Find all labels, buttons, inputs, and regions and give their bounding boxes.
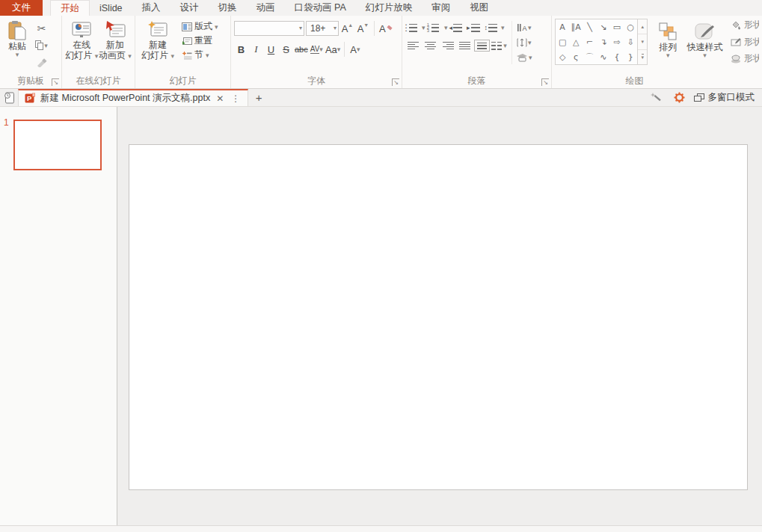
bold-button[interactable]: B [234,42,248,57]
quick-styles-button[interactable]: 快速样式 ▾ [683,19,726,58]
shape-elbow-connector[interactable]: ⌐ [583,34,596,49]
effects-wand-button[interactable] [644,89,668,106]
shape-fill-button[interactable]: 形状 [731,19,759,31]
new-slide-button[interactable]: 新建 幻灯片 ▾ [138,19,177,61]
shape-freeform[interactable]: ◇ [556,49,569,64]
recent-documents-button[interactable] [0,89,18,106]
arrange-dropdown[interactable]: ▾ [666,52,670,58]
justify-button[interactable] [457,39,473,52]
line-spacing-button[interactable]: ↕ ▾ [485,21,505,34]
group-paragraph: ••• ▾ 123 ▾ ◂ ▸ [402,16,552,88]
menu-view[interactable]: 视图 [460,0,498,16]
shape-vertical-textbox[interactable]: ∥A [569,19,583,34]
shape-scribble[interactable]: ς [569,49,583,64]
new-animation-page-button[interactable]: 新加 动画页 ▾ [99,19,132,61]
quick-styles-dropdown[interactable]: ▾ [703,52,707,58]
columns-button[interactable]: ▾ [491,39,507,52]
menu-pocket-animation[interactable]: 口袋动画 PA [285,0,356,16]
align-right-button[interactable] [440,39,455,52]
shape-textbox[interactable]: A [556,19,569,34]
shape-arrow[interactable]: ↘ [597,19,610,34]
align-left-button[interactable] [405,39,421,52]
paragraph-dialog-launcher[interactable]: ↘ [541,78,549,86]
font-size-combo[interactable]: 18+ ▾ [306,21,339,36]
smartart-icon [516,53,528,63]
paste-button[interactable]: 粘贴 ▾ [3,19,31,58]
shape-effects-button[interactable]: 形状 [731,52,759,65]
text-direction-button[interactable]: A ▾ [516,21,532,34]
italic-button[interactable]: I [249,42,263,57]
shape-rounded-rectangle[interactable]: ▢ [556,34,569,49]
online-slides-label-2: 幻灯片 ▾ [65,50,98,61]
multi-window-label: 多窗口模式 [708,91,755,104]
online-slides-button[interactable]: 在线 幻灯片 ▾ [65,19,99,61]
menu-insert[interactable]: 插入 [132,0,170,16]
strikethrough-button[interactable]: abc [294,42,309,57]
shape-triangle[interactable]: △ [569,34,583,49]
shape-rectangle[interactable]: ▭ [610,19,624,34]
paste-dropdown[interactable]: ▾ [16,52,19,58]
bullets-button[interactable]: ••• ▾ [405,21,425,34]
font-name-combo[interactable]: ▾ [234,21,304,36]
cut-button[interactable]: ✂ [34,20,49,36]
multi-window-mode-button[interactable]: 多窗口模式 [691,89,762,106]
new-tab-button[interactable]: + [248,89,269,106]
shapes-scroll-down[interactable]: ▾ [638,34,647,49]
slide-thumbnail[interactable] [13,120,102,170]
shape-outline-button[interactable]: 形状 [731,36,759,49]
font-name-dropdown[interactable]: ▾ [299,25,302,31]
shape-oval[interactable]: ○ [624,19,637,34]
clipboard-dialog-launcher[interactable]: ↘ [52,78,59,86]
shape-line[interactable]: ╲ [583,19,596,34]
settings-button[interactable] [668,89,691,106]
menu-slideshow[interactable]: 幻灯片放映 [356,0,423,16]
shapes-gallery: A ∥A ╲ ↘ ▭ ○ ▢ △ ⌐ ↴ ⇨ ⇩ ◇ ς ⌒ ∿ { } [555,19,638,65]
numbering-button[interactable]: 123 ▾ [427,21,448,34]
shape-right-arrow[interactable]: ⇨ [610,34,624,49]
section-button[interactable]: 节 ▾ [180,48,220,62]
menu-home[interactable]: 开始 [50,0,90,16]
slide-canvas[interactable] [129,144,748,490]
layout-button[interactable]: 版式 ▾ [180,19,220,34]
shape-right-brace[interactable]: } [624,49,637,64]
arrange-button[interactable]: 排列 ▾ [652,19,683,58]
copy-button[interactable]: ▾ [34,37,49,53]
document-tab[interactable]: P 新建 Microsoft PowerPoint 演示文稿.pptx ✕ ⋮ [18,89,248,106]
copy-dropdown[interactable]: ▾ [44,43,48,49]
menu-islide[interactable]: iSlide [90,0,132,16]
character-spacing-button[interactable]: AV▾ [310,42,324,57]
font-color-button[interactable]: A▾ [348,42,362,57]
convert-smartart-button[interactable]: ▾ [516,51,532,64]
menu-file[interactable]: 文件 [0,0,43,16]
close-tab-icon[interactable]: ✕ [215,93,225,104]
shapes-scroll-up[interactable]: ▴ [638,19,647,34]
online-slides-icon [70,20,93,40]
distributed-button[interactable] [474,40,490,52]
font-dialog-launcher[interactable]: ↘ [392,78,399,86]
shape-curve[interactable]: ∿ [597,49,610,64]
underline-button[interactable]: U [264,42,278,57]
shape-left-brace[interactable]: { [610,49,624,64]
reset-button[interactable]: 重置 [180,34,220,48]
shapes-more-button[interactable]: ▾ [638,50,647,64]
change-case-button[interactable]: Aa▾ [325,42,341,57]
tab-more-icon[interactable]: ⋮ [230,93,242,104]
menu-design[interactable]: 设计 [170,0,209,16]
menu-review[interactable]: 审阅 [422,0,460,16]
shape-down-arrow[interactable]: ⇩ [624,34,637,49]
menu-transitions[interactable]: 切换 [209,0,247,16]
clear-formatting-button[interactable]: A [378,21,394,36]
shape-arc[interactable]: ⌒ [583,49,596,64]
format-painter-button[interactable] [34,55,49,70]
shape-elbow-arrow-connector[interactable]: ↴ [597,34,610,49]
line-spacing-icon: ↕ [485,24,488,31]
align-text-button[interactable]: ▾ [516,36,532,49]
font-size-dropdown[interactable]: ▾ [334,25,337,31]
decrease-indent-button[interactable]: ◂ [449,21,466,34]
text-shadow-button[interactable]: S [279,42,293,57]
increase-indent-button[interactable]: ▸ [467,21,483,34]
grow-font-button[interactable]: A▲ [340,21,354,36]
shrink-font-button[interactable]: A▼ [356,21,370,36]
align-center-button[interactable] [423,39,438,52]
menu-animations[interactable]: 动画 [247,0,285,16]
